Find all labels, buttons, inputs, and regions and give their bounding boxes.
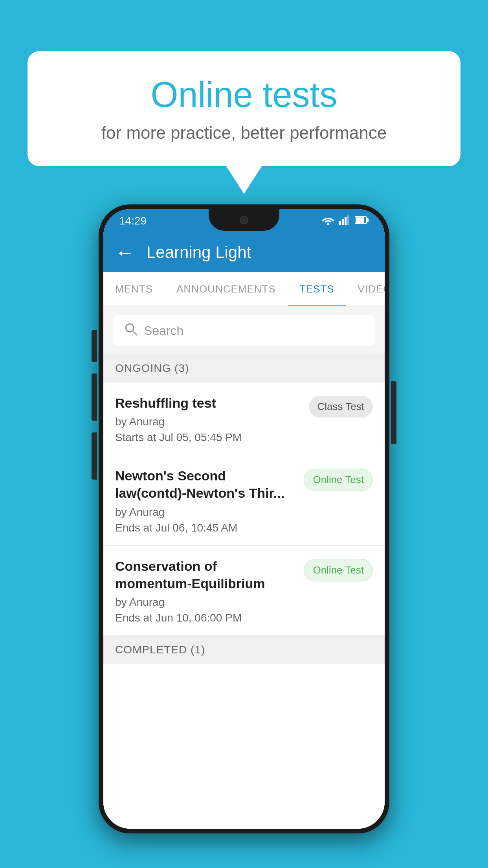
phone-screen: 14:29 [103,209,385,829]
test-date-1: Starts at Jul 05, 05:45 PM [115,431,301,444]
tab-videos[interactable]: VIDEOS [346,272,385,306]
side-button-vol-down [92,432,97,480]
test-item-1[interactable]: Reshuffling test by Anurag Starts at Jul… [103,383,385,455]
bubble-title: Online tests [59,75,429,115]
signal-icon [339,215,350,226]
speech-bubble-container: Online tests for more practice, better p… [28,51,460,194]
svg-rect-6 [356,217,364,223]
test-badge-3: Online Test [304,559,373,581]
test-info-3: Conservation of momentum-Equilibrium by … [115,557,296,624]
search-input[interactable]: Search [144,324,183,338]
status-icons [322,215,369,226]
svg-rect-2 [342,219,344,225]
wifi-icon [322,215,334,226]
tab-announcements[interactable]: ANNOUNCEMENTS [165,272,288,306]
search-bar[interactable]: Search [113,315,375,346]
speech-bubble: Online tests for more practice, better p… [28,51,460,166]
svg-rect-3 [345,217,347,225]
back-button[interactable]: ← [115,241,135,264]
test-list: Reshuffling test by Anurag Starts at Jul… [103,383,385,829]
bubble-pointer [226,166,262,194]
search-container: Search [103,307,385,354]
ongoing-section-header: ONGOING (3) [103,354,385,383]
front-camera [240,216,248,224]
test-badge-2: Online Test [304,469,373,491]
side-button-top [92,330,97,362]
side-button-power [391,381,396,444]
status-time: 14:29 [119,215,147,227]
phone-outer: 14:29 [99,204,389,833]
svg-point-0 [327,223,329,225]
test-item-3[interactable]: Conservation of momentum-Equilibrium by … [103,546,385,636]
side-button-vol-up [92,373,97,421]
test-info-1: Reshuffling test by Anurag Starts at Jul… [115,394,301,444]
test-name-1: Reshuffling test [115,394,301,412]
svg-rect-7 [367,218,369,222]
test-date-3: Ends at Jun 10, 06:00 PM [115,612,296,624]
test-name-2: Newton's Second law(contd)-Newton's Thir… [115,467,296,502]
svg-rect-4 [347,215,349,225]
test-author-2: by Anurag [115,506,296,519]
notch [209,209,279,231]
phone-container: 14:29 [99,204,389,833]
test-date-2: Ends at Jul 06, 10:45 AM [115,522,296,534]
tabs-bar: MENTS ANNOUNCEMENTS TESTS VIDEOS [103,272,385,307]
tab-tests[interactable]: TESTS [288,272,346,306]
status-bar: 14:29 [103,209,385,233]
test-author-3: by Anurag [115,596,296,609]
battery-icon [355,216,369,226]
svg-line-9 [132,331,137,335]
search-icon [124,322,138,339]
tab-ments[interactable]: MENTS [103,272,165,306]
svg-rect-1 [339,221,341,225]
test-badge-1: Class Test [309,396,373,417]
app-header: ← Learning Light [103,233,385,272]
test-item-2[interactable]: Newton's Second law(contd)-Newton's Thir… [103,455,385,545]
bubble-subtitle: for more practice, better performance [59,123,429,143]
completed-section-header: COMPLETED (1) [103,636,385,664]
app-header-title: Learning Light [147,243,251,262]
test-name-3: Conservation of momentum-Equilibrium [115,557,296,592]
test-info-2: Newton's Second law(contd)-Newton's Thir… [115,467,296,534]
test-author-1: by Anurag [115,416,301,428]
